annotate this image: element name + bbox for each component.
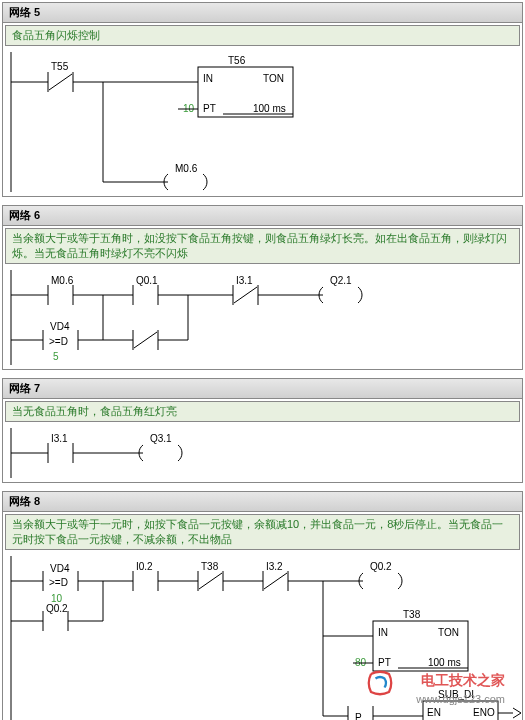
timer-in-label: IN (378, 627, 388, 638)
contact-label: I3.2 (266, 561, 283, 572)
timer-name: T56 (228, 55, 246, 66)
watermark-url: www.dgjs123.com (416, 693, 505, 705)
timer-type-label: TON (263, 73, 284, 84)
ladder-rung: T55 T56 IN TON PT 10 100 ms M0.6 (3, 48, 522, 196)
watermark-text: 电工技术之家 (421, 672, 505, 690)
sub-eno-label: ENO (473, 707, 495, 718)
network-comment: 当余额大于或等于一元时，如按下食品一元按键，余额减10，并出食品一元，8秒后停止… (5, 514, 520, 550)
timer-time-label: 100 ms (253, 103, 286, 114)
timer-time-label: 100 ms (428, 657, 461, 668)
compare-var: VD4 (50, 563, 70, 574)
sub-en-label: EN (427, 707, 441, 718)
network-comment: 食品五角闪烁控制 (5, 25, 520, 46)
contact-label: I3.1 (236, 275, 253, 286)
ladder-svg: T55 T56 IN TON PT 10 100 ms M0.6 (3, 52, 523, 192)
svg-line-33 (234, 287, 257, 303)
contact-label: T38 (201, 561, 219, 572)
coil-label: Q3.1 (150, 433, 172, 444)
coil-label: Q0.2 (370, 561, 392, 572)
ladder-rung: I3.1 Q3.1 (3, 424, 522, 482)
network-header: 网络 6 (3, 206, 522, 226)
network-comment: 当无食品五角时，食品五角红灯亮 (5, 401, 520, 422)
contact-label: T55 (51, 61, 69, 72)
network-header: 网络 7 (3, 379, 522, 399)
svg-line-4 (49, 74, 72, 90)
network-header: 网络 5 (3, 3, 522, 23)
timer-type-label: TON (438, 627, 459, 638)
contact-label: I3.1 (51, 433, 68, 444)
contact-label: I0.2 (136, 561, 153, 572)
contact-label: Q0.1 (136, 275, 158, 286)
compare-op: >=D (49, 577, 68, 588)
ladder-svg: I3.1 Q3.1 (3, 428, 523, 478)
network-5: 网络 5 食品五角闪烁控制 T55 T56 IN TON PT 10 100 m… (2, 2, 523, 197)
site-logo-icon (365, 668, 395, 698)
edge-label: P (355, 712, 362, 720)
compare-var: VD4 (50, 321, 70, 332)
network-comment: 当余额大于或等于五角时，如没按下食品五角按键，则食品五角绿灯长亮。如在出食品五角… (5, 228, 520, 264)
compare-op: >=D (49, 336, 68, 347)
contact-label: M0.6 (51, 275, 74, 286)
network-7: 网络 7 当无食品五角时，食品五角红灯亮 I3.1 Q3.1 (2, 378, 523, 483)
svg-line-60 (264, 573, 287, 589)
svg-line-28 (134, 332, 157, 348)
timer-pt-label: PT (203, 103, 216, 114)
ladder-svg: M0.6 Q0.1 VD4 >=D 5 I3.1 Q2.1 (3, 270, 523, 365)
network-header: 网络 8 (3, 492, 522, 512)
timer-in-label: IN (203, 73, 213, 84)
svg-line-56 (199, 573, 222, 589)
timer-name: T38 (403, 609, 421, 620)
contact-label: Q0.2 (46, 603, 68, 614)
coil-label: M0.6 (175, 163, 198, 174)
timer-pt-label: PT (378, 657, 391, 668)
coil-label: Q2.1 (330, 275, 352, 286)
ladder-rung: M0.6 Q0.1 VD4 >=D 5 I3.1 Q2.1 (3, 266, 522, 369)
network-6: 网络 6 当余额大于或等于五角时，如没按下食品五角按键，则食品五角绿灯长亮。如在… (2, 205, 523, 370)
compare-val: 5 (53, 351, 59, 362)
